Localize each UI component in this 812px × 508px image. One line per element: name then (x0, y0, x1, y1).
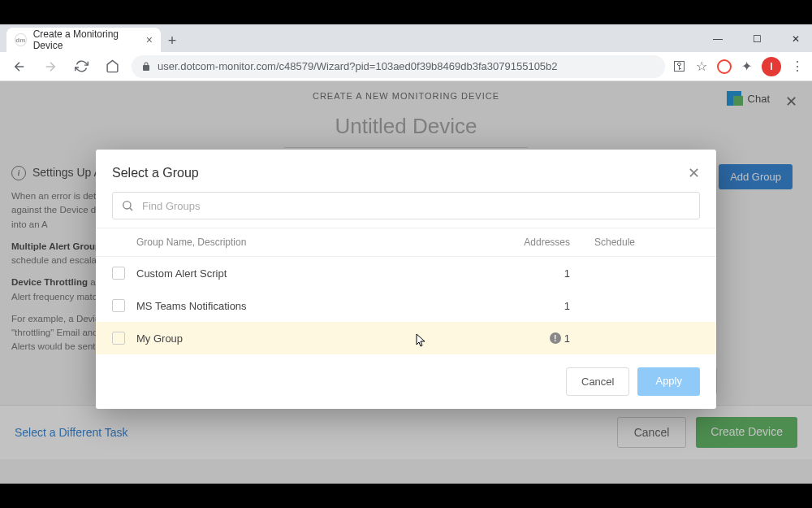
bottom-bar: Select a Different Task Cancel Create De… (0, 405, 812, 459)
star-icon[interactable]: ☆ (696, 59, 707, 74)
device-title[interactable]: Untitled Device (0, 111, 812, 147)
row-name: MS Teams Notifications (136, 300, 497, 312)
close-tab-icon[interactable]: × (146, 33, 153, 46)
profile-avatar[interactable]: I (762, 57, 781, 76)
modal-cancel-button[interactable]: Cancel (566, 367, 629, 396)
row-checkbox[interactable] (112, 267, 125, 280)
minimize-icon[interactable]: — (706, 28, 729, 50)
maximize-icon[interactable]: ☐ (745, 28, 768, 50)
row-addresses: 1 (497, 300, 570, 312)
chat-button[interactable]: Chat (727, 91, 770, 106)
close-page-icon[interactable]: ✕ (785, 93, 797, 111)
home-icon[interactable] (101, 55, 123, 78)
url-text: user.dotcom-monitor.com/c48579/Wizard?pi… (158, 60, 558, 72)
row-addresses: 1 (497, 267, 570, 280)
col-name: Group Name, Description (136, 237, 497, 248)
table-header: Group Name, Description Addresses Schedu… (96, 228, 716, 257)
modal-title: Select a Group (112, 166, 199, 180)
add-group-button[interactable]: Add Group (719, 164, 793, 189)
favicon: dm (15, 33, 27, 46)
tab-title: Create a Monitoring Device (33, 28, 140, 51)
warning-icon: ! (550, 332, 561, 344)
row-checkbox[interactable] (112, 332, 125, 345)
close-window-icon[interactable]: ✕ (784, 28, 807, 50)
svg-point-0 (123, 202, 131, 209)
info-icon: i (11, 166, 26, 180)
back-icon[interactable] (8, 55, 31, 78)
close-modal-icon[interactable]: ✕ (688, 164, 700, 182)
search-icon (121, 199, 134, 212)
row-checkbox[interactable] (112, 299, 125, 312)
chat-icon (727, 91, 741, 106)
lock-icon (141, 62, 151, 72)
puzzle-icon[interactable]: ✦ (741, 59, 752, 74)
table-row[interactable]: Custom Alert Script1 (96, 257, 716, 289)
new-tab-button[interactable]: + (161, 29, 184, 52)
row-addresses: !1 (497, 332, 570, 345)
select-task-link[interactable]: Select a Different Task (15, 426, 128, 439)
modal-apply-button[interactable]: Apply (637, 367, 700, 396)
cancel-button[interactable]: Cancel (617, 417, 687, 448)
browser-tab[interactable]: dm Create a Monitoring Device × (6, 28, 161, 52)
search-placeholder: Find Groups (142, 200, 201, 212)
reload-icon[interactable] (70, 55, 93, 78)
help-p3b: Device Throttling (11, 277, 88, 287)
row-name: Custom Alert Script (136, 267, 497, 280)
search-input[interactable]: Find Groups (112, 192, 700, 219)
page-header: CREATE A NEW MONITORING DEVICE (0, 81, 812, 111)
browser-tabstrip: dm Create a Monitoring Device × + — ☐ ✕ (0, 24, 812, 52)
help-title: Settings Up A (32, 164, 102, 181)
col-addresses: Addresses (497, 237, 570, 248)
browser-toolbar: user.dotcom-monitor.com/c48579/Wizard?pi… (0, 52, 812, 81)
address-bar[interactable]: user.dotcom-monitor.com/c48579/Wizard?pi… (132, 55, 665, 78)
table-row[interactable]: MS Teams Notifications1 (96, 289, 716, 322)
col-schedule: Schedule (570, 237, 700, 248)
chat-label: Chat (748, 93, 770, 105)
key-icon[interactable]: ⚿ (673, 59, 686, 74)
row-name: My Group (136, 332, 497, 345)
extension-icon[interactable] (717, 59, 732, 74)
help-p2b: Multiple Alert Groups (11, 241, 106, 251)
select-group-modal: Select a Group ✕ Find Groups Group Name,… (96, 150, 716, 409)
create-device-button[interactable]: Create Device (696, 417, 797, 448)
table-row[interactable]: My Group!1 (96, 322, 716, 354)
menu-icon[interactable]: ⋮ (791, 59, 804, 74)
forward-icon (39, 55, 62, 78)
